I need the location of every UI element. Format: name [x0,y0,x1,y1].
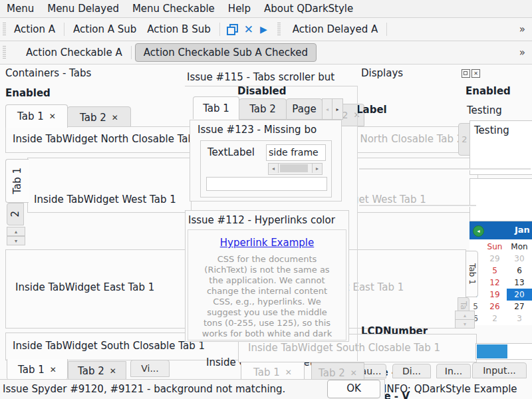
calendar-day-selected[interactable]: 20 [507,289,532,301]
toolbar-handle[interactable] [3,23,6,36]
tab-north-2[interactable]: Tab 2 ✕ [67,106,131,128]
dock-tab-inputs[interactable]: In... [436,364,471,378]
displays-label-testing: Testing [467,104,502,116]
ok-button-label: OK [346,382,361,394]
menu-item-menu-delayed[interactable]: Menu Delayed [41,1,126,17]
tab-close-icon[interactable]: ✕ [50,365,57,374]
dock-float-icon[interactable] [462,69,470,78]
calendar-day[interactable]: 3 [507,313,532,325]
tab-west-2[interactable]: 2 [7,203,24,225]
action-a-button[interactable]: Action A [9,21,61,38]
issue-112-paragraph-line: CSS, e.g., hyperlinks. We [188,297,346,307]
calendar-day[interactable]: 12 [483,277,507,289]
calendar-day[interactable]: 2 [483,313,507,325]
menu-item-help[interactable]: Help [221,1,257,17]
scrollbar-right-button[interactable]: ▸ [312,164,322,173]
scrollbar-thumb[interactable] [280,164,308,172]
close-icon[interactable]: ✕ [244,23,253,36]
issue-112-paragraph-line: the application. We cannot [188,275,346,285]
toolbar-separator [64,23,65,36]
menu-item-menu[interactable]: Menu [0,1,41,17]
action-delayed-a-button[interactable]: Action Delayed A [287,21,384,38]
issue-115-tab-2[interactable]: Tab 2 [239,98,287,120]
tab-south-1[interactable]: Tab 1 ✕ [7,359,68,380]
tab-north-1[interactable]: Tab 1 ✕ [5,104,68,128]
action-b-sub-button[interactable]: Action B Sub [142,21,215,38]
menu-item-menu-checkable[interactable]: Menu Checkable [126,1,221,17]
issue-115-tab-page[interactable]: Page [286,98,323,120]
arrow-left-icon: ◂ [272,166,275,172]
issue-123-line-edit-2[interactable] [206,177,327,191]
calendar-day[interactable]: 13 [507,277,532,289]
tab-label: 2 [9,211,21,217]
issue-123-hscrollbar[interactable]: ◂ ▸ [268,163,323,175]
arrow-right-icon: ▸ [316,166,319,172]
disabled-header: Disabled [237,85,286,97]
dock-tab-displays[interactable]: Di... [392,364,431,378]
tabwidget-west-text: Inside TabWidget West Tab 1 [34,194,176,205]
restore-icon[interactable] [226,24,238,35]
action-checkable-sub-a-button[interactable]: Action Checkable Sub A Checked [135,43,317,62]
menu-bar: Menu Menu Delayed Menu Checkable Help Ab… [0,0,532,18]
play-icon[interactable]: ▶ [260,24,267,35]
calendar-widget: ◂ Jan Sun Mon 1 29 30 2 5 6 3 12 13 4 19… [469,221,532,325]
issue-spyder-text: Issue Spyder #9120, #9121 - background n… [3,383,285,395]
tab-close-icon[interactable]: ✕ [110,366,116,376]
tabwidget-north-content: Inside TabWidget North Closable Tab 1 [5,126,192,153]
text-browser-text: Testing [474,124,509,136]
close-icon: ✕ [473,70,478,76]
calendar-day[interactable]: 27 [507,301,532,313]
issue-112-paragraph-line: works for both white and dark [188,329,346,338]
graphics-view [469,178,532,221]
calendar-prev-month-button[interactable]: ◂ [473,225,484,237]
tab-label: Tab 2 [249,103,276,115]
ok-button[interactable]: OK [327,380,380,398]
hyperlink-example-link[interactable]: Hyperlink Example [188,237,346,249]
tab-scroll-right-button[interactable]: ▸ [332,98,343,120]
calendar-day[interactable]: 30 [507,253,532,265]
tab-scroll-left-button[interactable]: ◂ [322,98,332,120]
issue-115-tab-1[interactable]: Tab 1 [193,96,239,119]
arrow-down-icon: ▾ [15,238,17,244]
menu-item-about-qdarkstyle[interactable]: About QDarkStyle [257,1,360,17]
containers-tabs-title: Containers - Tabs [5,67,91,79]
tab-close-icon[interactable]: ✕ [112,113,118,122]
action-a-sub-button[interactable]: Action A Sub [68,21,142,38]
dock-tab-views[interactable]: Vi... [130,360,170,377]
calendar-day[interactable]: 19 [483,289,507,301]
calendar-month-label[interactable]: Jan [515,225,530,235]
progress-bar-chunk [477,344,507,358]
tabwidget-east-disabled-content: Inside TabWidget East Tab 1 [332,249,466,329]
dock-close-icon[interactable]: ✕ [471,69,480,78]
text-browser[interactable]: Testing [469,120,532,175]
dock-tab-label: Input... [483,365,516,376]
calendar-day[interactable]: 6 [507,265,532,277]
calendar-day[interactable]: 5 [483,265,507,277]
tab-label: Ta [459,301,468,310]
tab-label: Tab 2 [80,112,106,124]
tab-close-icon: ✕ [350,368,357,378]
tab-scroll-up-button[interactable]: ▴ [7,227,25,236]
issue-115-title: Issue #115 - Tabs scroller but [187,71,354,83]
toolbar-overflow-button[interactable]: » [513,23,532,35]
tab-scroll-down-button[interactable]: ▾ [7,236,25,245]
scrollbar-left-button[interactable]: ◂ [269,164,279,173]
action-checkable-a-button[interactable]: Action Checkable A [21,44,128,61]
calendar-day[interactable]: 26 [483,301,507,313]
toolbar-actions: Action A Action A Sub Action B Sub ✕ ▶ A… [0,18,532,41]
dock-tab-label: Di... [402,366,421,376]
issue-123-line-edit[interactable]: side frame [266,144,326,161]
tabwidget-west-disabled-text: Inside TabWidget West Tab 1 [357,194,426,205]
toolbar-handle[interactable] [277,23,281,36]
calendar-day[interactable]: 29 [483,253,507,265]
arrow-up-icon: ▴ [464,313,466,319]
tab-south-2[interactable]: Tab 2 ✕ [68,361,126,381]
dock-tab-inputs-fields[interactable]: Input... [472,362,527,378]
toolbar-handle[interactable] [3,46,6,59]
tab-west-1[interactable]: Tab 1 [5,159,29,203]
tab-close-icon[interactable]: ✕ [49,112,56,121]
tab-scroll-down-button-east: ▾ [455,319,475,329]
dock-tab-label: Vi... [141,363,159,374]
toolbar-overflow-button[interactable]: » [513,47,532,59]
tab-east-1-disabled: Tab 1 [466,251,478,297]
